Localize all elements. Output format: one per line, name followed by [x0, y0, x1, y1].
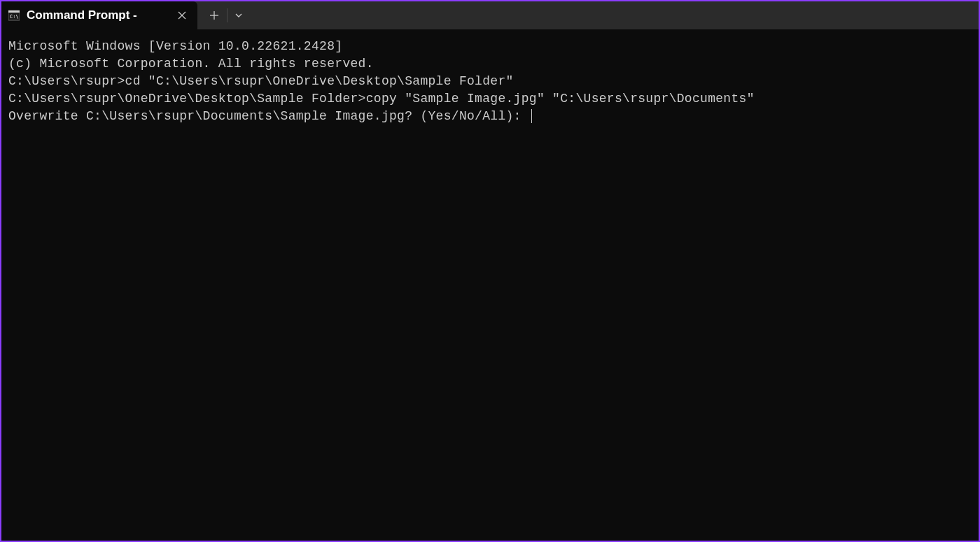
- dropdown-button[interactable]: [227, 4, 250, 27]
- terminal-line: Microsoft Windows [Version 10.0.22621.24…: [8, 38, 972, 55]
- active-tab[interactable]: C:\ Command Prompt -: [1, 1, 197, 29]
- titlebar: C:\ Command Prompt -: [1, 1, 979, 29]
- terminal-prompt-text: Overwrite C:\Users\rsupr\Documents\Sampl…: [8, 109, 529, 123]
- svg-rect-1: [8, 10, 20, 13]
- terminal-prompt-line: Overwrite C:\Users\rsupr\Documents\Sampl…: [8, 108, 972, 125]
- tab-title: Command Prompt -: [27, 8, 137, 22]
- close-tab-button[interactable]: [175, 8, 189, 22]
- terminal-content[interactable]: Microsoft Windows [Version 10.0.22621.24…: [1, 29, 979, 134]
- svg-text:C:\: C:\: [10, 14, 19, 20]
- cmd-icon: C:\: [8, 10, 20, 21]
- cursor: [531, 109, 532, 123]
- terminal-line: C:\Users\rsupr>cd "C:\Users\rsupr\OneDri…: [8, 73, 972, 90]
- terminal-line: (c) Microsoft Corporation. All rights re…: [8, 55, 972, 73]
- terminal-line: C:\Users\rsupr\OneDrive\Desktop\Sample F…: [8, 90, 972, 108]
- tab-controls: [197, 1, 250, 29]
- new-tab-button[interactable]: [202, 4, 227, 27]
